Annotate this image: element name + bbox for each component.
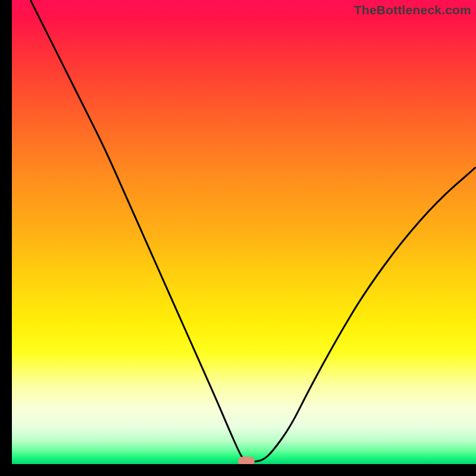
chart-stage: TheBottleneck.com [0,0,476,476]
optimum-marker [238,457,255,464]
watermark-text: TheBottleneck.com [354,3,471,17]
curve-path [30,0,476,462]
bottleneck-curve [12,0,476,464]
plot-area: TheBottleneck.com [12,0,476,464]
